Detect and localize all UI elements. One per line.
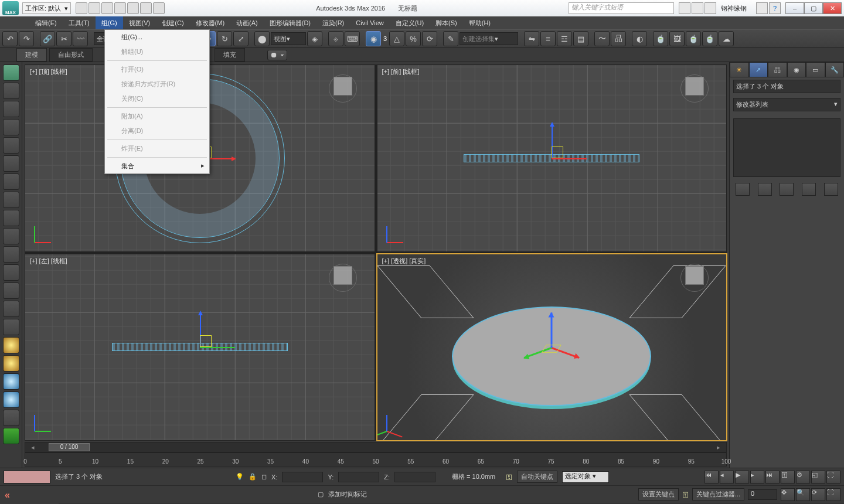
maxscript-mini-listener[interactable]: «	[0, 486, 59, 504]
time-slider[interactable]: ◂ 0 / 100 ▸	[25, 442, 727, 452]
foliage-icon[interactable]	[3, 428, 19, 444]
select-rotate-button[interactable]: ↻	[217, 31, 232, 46]
menu-animation[interactable]: 动画(A)	[230, 16, 264, 29]
qat-redo-icon[interactable]	[127, 2, 139, 14]
menu-help[interactable]: 帮助(H)	[463, 16, 496, 29]
viewport-nav2-button[interactable]: ⛶	[826, 471, 840, 483]
viewport-label[interactable]: [+] [前] [线框]	[382, 67, 420, 76]
reference-coord-button[interactable]: ⬤	[254, 31, 270, 46]
lights-icon[interactable]	[3, 246, 19, 263]
maximize-button[interactable]: ▢	[804, 2, 823, 14]
mirror-button[interactable]: ⇋	[524, 31, 539, 46]
gizmo-xz-plane[interactable]	[552, 147, 563, 158]
spinner-snap-button[interactable]: ⟳	[422, 31, 437, 46]
goto-start-button[interactable]: ⏮	[705, 471, 719, 483]
bind-spacewarp-button[interactable]: 〰	[73, 31, 88, 46]
light-omni2-icon[interactable]	[3, 355, 19, 372]
ribbon-toggle-icon[interactable]: ⏺ ▾	[267, 50, 287, 60]
menuitem-close[interactable]: 关闭(C)	[105, 91, 209, 106]
pin-stack-button[interactable]	[736, 183, 750, 196]
viewcube[interactable]	[677, 260, 712, 295]
qat-new-icon[interactable]	[76, 2, 87, 14]
particles-icon[interactable]	[3, 137, 19, 154]
menu-create[interactable]: 创建(C)	[156, 16, 189, 29]
qat-more-icon[interactable]	[153, 2, 165, 14]
keymode-selector[interactable]: 选定对象 ▾	[562, 471, 609, 483]
light-spot2-icon[interactable]	[3, 391, 19, 408]
viewport-label[interactable]: [+] [透视] [真实]	[382, 257, 426, 265]
compound-icon[interactable]	[3, 119, 19, 135]
object-color-swatch[interactable]	[4, 471, 50, 483]
qat-open-icon[interactable]	[89, 2, 100, 14]
tab-utilities-icon[interactable]: 🔧	[825, 62, 845, 77]
patch-icon[interactable]	[3, 155, 19, 172]
configure-sets-button[interactable]	[824, 183, 838, 196]
keyfilters-button[interactable]: 关键点过滤器...	[692, 488, 744, 500]
ribbon-tab-populate[interactable]: 填充	[215, 48, 245, 62]
qat-undo-icon[interactable]	[114, 2, 126, 14]
menu-grapheditors[interactable]: 图形编辑器(D)	[264, 16, 316, 29]
menu-render[interactable]: 渲染(R)	[316, 16, 350, 29]
doors-icon[interactable]	[3, 210, 19, 226]
menuitem-attach[interactable]: 附加(A)	[105, 109, 209, 124]
curve-editor-button[interactable]: 〜	[594, 31, 610, 46]
menuitem-open[interactable]: 打开(O)	[105, 62, 209, 77]
setkey-icon[interactable]: ⚿	[682, 491, 689, 498]
select-manipulate-button[interactable]: ⟐	[328, 31, 343, 46]
viewcube[interactable]	[325, 71, 360, 106]
viewport-label[interactable]: [+] [顶] [线框]	[30, 67, 67, 76]
render-production-button[interactable]: 🍵	[686, 31, 701, 46]
help-icon[interactable]: ?	[769, 2, 781, 14]
next-frame-button[interactable]: ▸	[750, 471, 764, 483]
use-pivot-center-button[interactable]: ◈	[307, 31, 322, 46]
remove-modifier-button[interactable]	[802, 183, 816, 196]
material-editor-button[interactable]: ◐	[632, 31, 647, 46]
gizmo-y-axis[interactable]	[200, 347, 235, 348]
modifier-list-dropdown[interactable]: 修改器列表▾	[733, 98, 840, 111]
modifier-stack[interactable]	[733, 118, 840, 177]
angle-snap-button[interactable]: △	[389, 31, 404, 46]
isolate-icon[interactable]: ◻	[261, 473, 267, 481]
menu-script[interactable]: 脚本(S)	[430, 16, 463, 29]
utilities-icon[interactable]	[3, 410, 19, 426]
time-slider-handle[interactable]: 0 / 100	[49, 443, 90, 451]
tab-display-icon[interactable]: ▭	[806, 62, 825, 77]
setkey-button[interactable]: 设置关键点	[638, 488, 679, 500]
undo-button[interactable]: ↶	[2, 31, 18, 46]
key-mode-button[interactable]: ⚿	[781, 471, 795, 483]
lock-icon[interactable]: 💡	[236, 473, 244, 481]
viewport-front[interactable]: [+] [前] [线框]	[377, 64, 727, 252]
minimize-button[interactable]: –	[785, 2, 804, 14]
tab-create-icon[interactable]: ☀	[730, 62, 749, 77]
viewport-perspective[interactable]: [+] [透视] [真实]	[377, 254, 727, 441]
layers-button[interactable]: ☲	[557, 31, 572, 46]
track-bar[interactable]: 0510152025303540455055606570758085909510…	[25, 452, 727, 466]
make-unique-button[interactable]	[780, 183, 794, 196]
key-icon[interactable]: ⚿	[506, 474, 512, 481]
nav-pan-button[interactable]: ✥	[781, 488, 795, 501]
timetag-icon[interactable]: ▢	[318, 491, 324, 498]
prev-frame-button[interactable]: ◂	[720, 471, 734, 483]
workspace-selector[interactable]: 工作区: 默认 ▾	[22, 2, 71, 14]
keyboard-shortcut-button[interactable]: ⌨	[345, 31, 360, 46]
rendered-frame-button[interactable]: 🖼	[669, 31, 685, 46]
viewport-nav1-button[interactable]: ◱	[811, 471, 825, 483]
nurbs-icon[interactable]	[3, 173, 19, 190]
viewcube[interactable]	[325, 260, 360, 295]
nav-orbit-button[interactable]: ⟳	[811, 488, 825, 501]
gizmo-yz-plane[interactable]	[200, 335, 212, 347]
menu-edit[interactable]: 编辑(E)	[29, 16, 63, 29]
teapot-preset-icon[interactable]	[3, 64, 19, 81]
viewport-left[interactable]: [+] [左] [线框]	[25, 254, 375, 441]
helpers-icon[interactable]	[3, 282, 19, 299]
current-frame-field[interactable]: 0	[748, 489, 777, 500]
viewcube[interactable]	[677, 71, 712, 106]
render-in-cloud-button[interactable]: ☁	[719, 31, 734, 46]
autokey-button[interactable]: 自动关键点	[517, 471, 557, 483]
link-button[interactable]: 🔗	[40, 31, 55, 46]
search-input[interactable]: 键入关键字或短语	[569, 2, 674, 14]
nav-maximize-button[interactable]: ⛶	[826, 488, 840, 501]
light-omni-icon[interactable]	[3, 337, 19, 353]
snap-toggle-button[interactable]: ◉	[366, 31, 381, 46]
reference-coord-system[interactable]: 视图 ▾	[271, 32, 306, 45]
